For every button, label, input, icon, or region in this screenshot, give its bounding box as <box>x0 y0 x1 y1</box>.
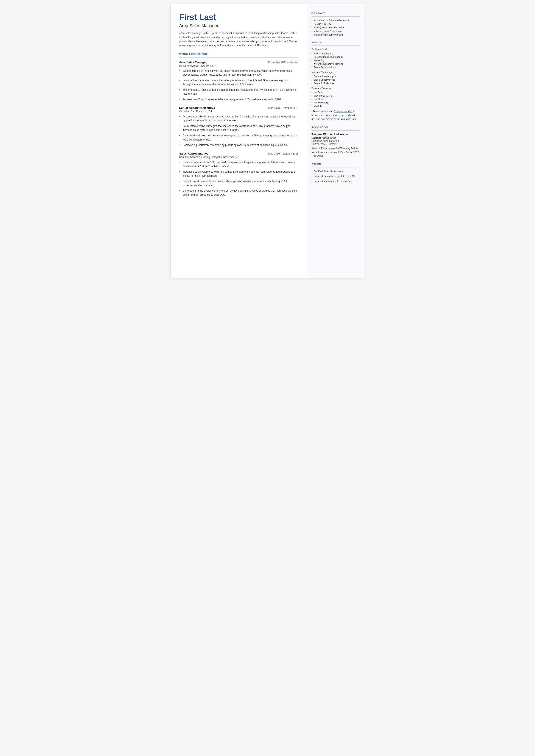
skill-item: Minitab <box>312 105 359 107</box>
job-2: Senior Account Executive June 2013 – Oct… <box>179 106 298 147</box>
skill-item: HubSpot <box>312 98 359 100</box>
skill-item: Sales Presentations <box>312 66 359 69</box>
skill-item: Sales (Advanced) <box>312 52 359 55</box>
list-item: Accumulated $16M in sales revenue over t… <box>179 115 298 123</box>
job-2-dates: June 2013 – October 2015 <box>268 106 298 109</box>
job-1-bullets: Worked directly in the field with 230 sa… <box>179 69 298 101</box>
work-experience-header: WORK EXPERIENCE <box>179 53 298 56</box>
skill-item: Sales Effectiveness <box>312 78 359 81</box>
other-item: Certified Management Consultant. <box>312 179 359 183</box>
contact-linkedin: linkedin.com/in/username <box>312 30 359 32</box>
list-item: Increased sales volume by 40% in a compe… <box>179 170 298 178</box>
skills-section: SKILLS Technical Skills: Sales (Advanced… <box>312 41 359 121</box>
job-2-title: Senior Account Executive <box>179 106 215 109</box>
contact-phone: +1-234-456-789 <box>312 22 359 25</box>
contact-email: email@resumeworded.com <box>312 26 359 29</box>
list-item: Formulated creative strategies that incr… <box>179 124 298 132</box>
resume-page: First Last Area Sales Manager Area sales… <box>171 4 365 278</box>
education-header: EDUCATION <box>312 126 359 129</box>
job-1: Area Sales Manager November 2015 – Prese… <box>179 61 298 101</box>
list-item: Gained SalesForce MVP for consistently s… <box>179 179 298 187</box>
job-1-company: Resume Worded, New York, NY <box>179 64 298 67</box>
list-item: Conceived and executed new sales strateg… <box>179 134 298 142</box>
education-section: EDUCATION Resume Worded University Bache… <box>312 126 359 158</box>
job-title: Area Sales Manager <box>179 23 298 28</box>
skill-item: Sales & Marketing <box>312 82 359 84</box>
list-item: Received referrals from 1.9K satisfied c… <box>179 160 298 168</box>
job-3: Sales Representative June 2010 – January… <box>179 152 298 197</box>
edu-location: Boston, MA — May 2010 <box>312 142 359 146</box>
promo-link[interactable]: Resume Worded <box>334 110 352 113</box>
industry-knowledge-label: Industry Knowledge: <box>312 71 359 74</box>
skills-divider <box>312 45 359 46</box>
other-section: OTHER Certified Sales Professional. Cert… <box>312 163 359 183</box>
edu-school: Resume Worded University <box>312 133 359 136</box>
skill-item: Forecasting (Experienced) <box>312 56 359 58</box>
edu-awards: Awards: Resume Worded Teaching Fellow (o… <box>312 147 359 158</box>
job-3-header: Sales Representative June 2010 – January… <box>179 152 298 155</box>
header-section: First Last Area Sales Manager <box>179 13 298 28</box>
other-header: OTHER <box>312 163 359 165</box>
contact-header: CONTACT <box>312 12 359 14</box>
job-1-header: Area Sales Manager November 2015 – Prese… <box>179 61 298 64</box>
work-experience-divider <box>179 57 298 58</box>
job-3-company: Resume Worded's Exciting Company, New Yo… <box>179 155 298 159</box>
job-3-dates: June 2010 – January 2013 <box>268 152 298 155</box>
skill-item: Salesforce (CRM) <box>312 95 359 97</box>
other-item: Certified Sales Professional. <box>312 170 359 173</box>
job-2-bullets: Accumulated $16M in sales revenue over t… <box>179 115 298 147</box>
technical-skills-label: Technical Skills: <box>312 48 359 51</box>
left-column: First Last Area Sales Manager Area sales… <box>171 4 306 278</box>
job-1-dates: November 2015 – Present <box>268 61 298 64</box>
list-item: Worked directly in the field with 230 sa… <box>179 69 298 77</box>
job-3-title: Sales Representative <box>179 152 209 155</box>
skill-item: Competitive Analysis <box>312 75 359 78</box>
skill-item: Key Account Development <box>312 63 359 65</box>
skill-item: Marketing <box>312 59 359 62</box>
list-item: Launched and executed innovative sales p… <box>179 78 298 86</box>
contact-github: github.com/resumeworded <box>312 33 359 36</box>
promo-text: • Don't forget to use Resume Worded to s… <box>312 109 359 121</box>
list-item: Contributed to the overall company profi… <box>179 189 298 197</box>
contact-location: Memphis, TN (Open to Remote) <box>312 19 359 21</box>
skill-item: NetSuite <box>312 91 359 94</box>
right-column: CONTACT Memphis, TN (Open to Remote) +1-… <box>306 4 365 278</box>
full-name: First Last <box>179 13 298 22</box>
skill-item: MicroStrategy <box>312 101 359 104</box>
edu-degree: Bachelor of Science <box>312 136 359 139</box>
job-1-title: Area Sales Manager <box>179 61 207 64</box>
list-item: Achieved a productivity milestone by pro… <box>179 143 298 147</box>
other-item: Certified Sales Representative (CSR). <box>312 174 359 178</box>
edu-field: Business Administration <box>312 139 359 142</box>
contact-section: CONTACT Memphis, TN (Open to Remote) +1-… <box>312 12 359 36</box>
job-2-company: Growthsi, San Francisco, CA <box>179 110 298 113</box>
list-item: Achieved an 80% customer satisfaction ra… <box>179 98 298 101</box>
tools-software-label: Tools and Software: <box>312 87 359 90</box>
skills-header: SKILLS <box>312 41 359 44</box>
job-2-header: Senior Account Executive June 2013 – Oct… <box>179 106 298 109</box>
summary-text: Area sales manager with 10 years of succ… <box>179 31 298 48</box>
job-3-bullets: Received referrals from 1.9K satisfied c… <box>179 160 298 197</box>
list-item: Implemented 14 sales strategies that boo… <box>179 88 298 96</box>
